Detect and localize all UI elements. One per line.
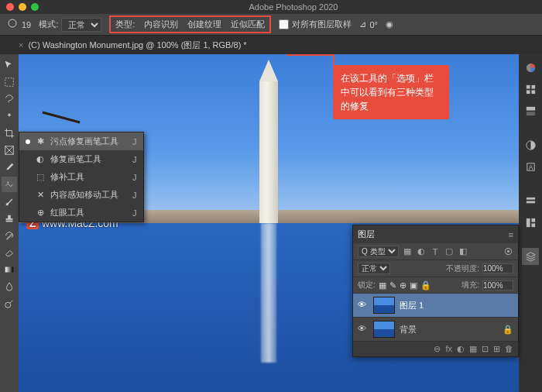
layer-row[interactable]: 👁 背景 🔒: [353, 318, 518, 342]
crop-tool[interactable]: [2, 126, 17, 141]
healing-tool-flyout: ✱ 污点修复画笔工具 J ◐ 修复画笔工具 J ⬚ 修补工具 J ✕ 内容感知移…: [19, 132, 144, 222]
maximize-window-button[interactable]: [31, 3, 39, 11]
visibility-toggle-icon[interactable]: 👁: [358, 324, 369, 335]
angle-value[interactable]: 0°: [369, 20, 378, 29]
svg-rect-18: [526, 201, 534, 203]
mode-label: 模式:: [39, 19, 58, 30]
link-layers-icon[interactable]: ⊖: [434, 344, 441, 354]
layer-mask-icon[interactable]: ◐: [457, 344, 465, 354]
svg-rect-13: [526, 112, 534, 115]
brush-tool[interactable]: [2, 194, 17, 209]
healing-brush-tool[interactable]: [2, 177, 17, 192]
wand-tool[interactable]: [2, 108, 17, 124]
stamp-tool[interactable]: [2, 211, 17, 226]
filter-smart-icon[interactable]: ◧: [458, 246, 468, 257]
content-aware-move-icon: ✕: [35, 190, 46, 201]
type-options-highlight: 类型: 内容识别 创建纹理 近似匹配: [109, 15, 271, 33]
filter-shape-icon[interactable]: ▢: [444, 246, 455, 257]
frame-tool[interactable]: [2, 143, 17, 158]
layer-thumbnail[interactable]: [373, 321, 395, 338]
move-tool[interactable]: [2, 57, 17, 73]
gradients-icon[interactable]: [522, 102, 539, 119]
layers-panel-title[interactable]: 图层: [358, 229, 375, 240]
close-window-button[interactable]: [6, 3, 14, 11]
marquee-tool[interactable]: [2, 74, 17, 90]
svg-rect-17: [526, 197, 534, 199]
group-layers-icon[interactable]: ⊡: [482, 344, 489, 354]
fill-label: 填充:: [461, 280, 479, 291]
app-title: Adobe Photoshop 2020: [45, 2, 542, 12]
svg-point-0: [9, 19, 16, 27]
panel-menu-icon[interactable]: ≡: [509, 230, 513, 239]
libraries-icon[interactable]: [522, 192, 539, 209]
svg-rect-12: [526, 106, 534, 110]
styles-icon[interactable]: A: [522, 158, 539, 175]
eyedropper-tool[interactable]: [2, 160, 17, 175]
layer-name[interactable]: 背景: [400, 324, 417, 335]
options-bar: 19 模式: 正常 类型: 内容识别 创建纹理 近似匹配 对所有图层取样 ⊿ 0…: [0, 14, 542, 36]
tools-panel: [0, 54, 19, 392]
layer-row[interactable]: 👁 图层 1: [353, 294, 518, 318]
type-create-texture[interactable]: 创建纹理: [187, 19, 221, 30]
spot-healing-brush-item[interactable]: ✱ 污点修复画笔工具 J: [19, 132, 143, 150]
layer-filter-kind[interactable]: Q 类型: [358, 246, 399, 257]
lock-brush-icon[interactable]: ✎: [389, 280, 396, 291]
brush-preview[interactable]: 19: [6, 19, 31, 31]
adjustments-icon[interactable]: [522, 136, 539, 153]
svg-rect-5: [5, 267, 14, 273]
lasso-tool[interactable]: [2, 91, 17, 107]
filter-toggle-icon[interactable]: ⦿: [503, 246, 513, 257]
lock-transparency-icon[interactable]: ▦: [379, 280, 386, 291]
svg-text:A: A: [528, 163, 533, 171]
lock-all-icon[interactable]: 🔒: [420, 280, 431, 291]
healing-brush-icon: ◐: [35, 154, 46, 165]
color-picker-icon[interactable]: [522, 59, 539, 76]
gradient-tool[interactable]: [2, 262, 17, 277]
document-tab[interactable]: (C) Washington Monument.jpg @ 100% (图层 1…: [28, 40, 246, 51]
properties-icon[interactable]: [522, 214, 539, 231]
layers-icon[interactable]: [522, 248, 539, 265]
layer-fx-icon[interactable]: fx: [445, 344, 452, 354]
filter-adjust-icon[interactable]: ◐: [416, 246, 427, 257]
close-tab-icon[interactable]: ×: [19, 40, 23, 50]
svg-rect-10: [526, 90, 530, 94]
layer-thumbnail[interactable]: [373, 297, 395, 314]
eraser-tool[interactable]: [2, 245, 17, 260]
lock-label: 锁定:: [358, 280, 376, 291]
type-proximity-match[interactable]: 近似匹配: [231, 19, 265, 30]
dodge-tool[interactable]: [2, 296, 17, 311]
filter-pixel-icon[interactable]: ▦: [402, 246, 413, 257]
opacity-input[interactable]: [482, 263, 513, 273]
visibility-toggle-icon[interactable]: 👁: [358, 300, 369, 311]
history-brush-tool[interactable]: [2, 228, 17, 243]
patch-tool-item[interactable]: ⬚ 修补工具 J: [19, 168, 143, 186]
fill-input[interactable]: [482, 280, 513, 291]
content-aware-move-item[interactable]: ✕ 内容感知移动工具 J: [19, 186, 143, 204]
swatches-icon[interactable]: [522, 81, 539, 98]
pressure-icon[interactable]: ◉: [386, 19, 393, 29]
blur-tool[interactable]: [2, 279, 17, 294]
sample-all-layers[interactable]: 对所有图层取样: [279, 19, 352, 30]
brush-size: 19: [22, 20, 31, 29]
red-eye-tool-item[interactable]: ⊕ 红眼工具 J: [19, 204, 143, 222]
svg-rect-19: [526, 218, 530, 226]
healing-brush-item[interactable]: ◐ 修复画笔工具 J: [19, 150, 143, 168]
svg-rect-20: [531, 218, 535, 222]
blend-mode-dropdown[interactable]: 正常: [358, 263, 390, 274]
new-layer-icon[interactable]: ⊞: [493, 344, 500, 354]
type-content-aware[interactable]: 内容识别: [144, 19, 178, 30]
svg-rect-9: [531, 84, 535, 88]
adjustment-layer-icon[interactable]: ▦: [469, 344, 477, 354]
document-tab-bar: × (C) Washington Monument.jpg @ 100% (图层…: [0, 36, 542, 54]
red-eye-icon: ⊕: [35, 208, 46, 218]
sample-all-checkbox[interactable]: [279, 19, 289, 29]
angle-icon: ⊿: [359, 19, 366, 29]
layer-name[interactable]: 图层 1: [400, 300, 424, 311]
svg-point-6: [5, 302, 11, 308]
delete-layer-icon[interactable]: 🗑: [505, 344, 513, 354]
lock-position-icon[interactable]: ⊕: [400, 280, 406, 291]
blend-mode-select[interactable]: 正常: [61, 18, 101, 32]
lock-artboard-icon[interactable]: ▣: [410, 280, 417, 291]
minimize-window-button[interactable]: [19, 3, 26, 11]
filter-type-icon[interactable]: T: [430, 246, 441, 257]
